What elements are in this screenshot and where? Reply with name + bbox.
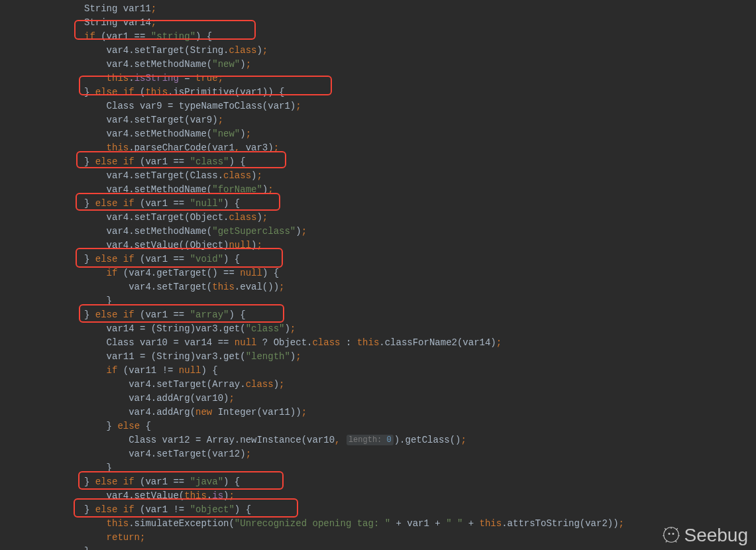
code-line: } else if (var1 == "array") { <box>84 309 246 320</box>
code-line: } else if (this.isPrimitive(var1)) { <box>84 87 284 97</box>
code-line: var4.setMethodName("forName"); <box>84 184 274 195</box>
code-line: this.isString = true; <box>84 73 223 83</box>
code-area[interactable]: String var11; String var14; if (var1 == … <box>0 0 624 550</box>
code-line: } else if (var1 == "class") { <box>84 156 246 167</box>
code-line: var4.addArg(var10); <box>84 393 235 404</box>
code-line: this.parseCharCode(var1, var3); <box>84 142 279 153</box>
code-line: if (var1 == "string") { <box>84 31 212 42</box>
code-line: var4.setMethodName("getSuperclass"); <box>84 226 307 237</box>
code-line: var4.setTarget(Object.class); <box>84 212 268 223</box>
code-line: var11 = (String)var3.get("length"); <box>84 351 301 362</box>
code-line: } <box>84 463 112 473</box>
code-line: if (var11 != null) { <box>84 365 218 376</box>
code-line: var4.setTarget(String.class); <box>84 45 268 56</box>
code-line: var4.setTarget(this.eval()); <box>84 282 284 292</box>
code-line: var4.setTarget(Class.class); <box>84 170 262 181</box>
code-line: var4.setTarget(Array.class); <box>84 379 284 390</box>
code-line: } else if (var1 == "null") { <box>84 198 240 209</box>
code-line: } else if (var1 == "void") { <box>84 254 240 264</box>
code-line: var14 = (String)var3.get("class"); <box>84 323 296 334</box>
code-line: if (var4.getTarget() == null) { <box>84 268 279 278</box>
watermark: Seebug <box>661 525 748 545</box>
code-line: var4.setMethodName("new"); <box>84 129 251 139</box>
code-line: } else if (var1 != "object") { <box>84 504 251 515</box>
code-line: var4.setValue(this.is); <box>84 490 235 501</box>
code-line: } <box>84 546 89 550</box>
code-line: return; <box>84 532 145 543</box>
code-line: var4.setTarget(var12); <box>84 449 251 459</box>
code-line: this.simulateException("Unrecognized ope… <box>84 518 624 529</box>
code-line: var4.setValue((Object)null); <box>84 240 262 250</box>
code-line: var4.addArg(new Integer(var11)); <box>84 407 307 417</box>
code-line: var4.setMethodName("new"); <box>84 59 251 70</box>
code-line: Class var12 = Array.newInstance(var10, l… <box>84 435 466 445</box>
code-line: } <box>84 296 112 306</box>
code-line: Class var10 = var14 == null ? Object.cla… <box>84 337 502 348</box>
code-line: } else if (var1 == "java") { <box>84 476 240 487</box>
param-hint: length: 0 <box>347 435 394 445</box>
watermark-text: Seebug <box>684 528 748 542</box>
code-line: String var14; <box>84 17 156 28</box>
code-line: } else { <box>84 421 151 431</box>
bug-icon <box>661 525 681 545</box>
code-line: String var11; <box>84 3 156 14</box>
svg-point-1 <box>669 533 671 535</box>
code-line: var4.setTarget(var9); <box>84 115 223 125</box>
svg-point-2 <box>673 533 675 535</box>
code-line: Class var9 = typeNameToClass(var1); <box>84 101 301 111</box>
